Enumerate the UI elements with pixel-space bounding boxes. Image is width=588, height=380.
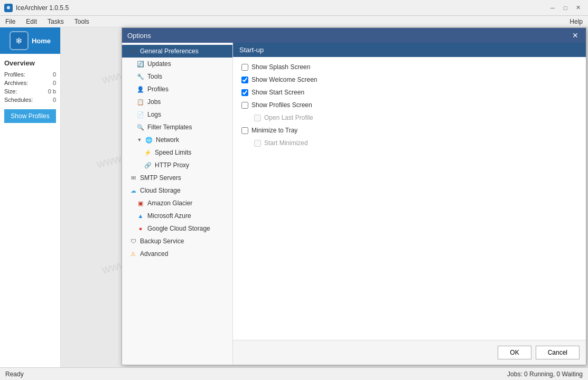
app-icon: ❄ <box>4 4 13 12</box>
content-area: www.iceArchiver.com www.iceArchiver.com … <box>61 27 588 367</box>
tree-item-updates[interactable]: 🔄 Updates <box>122 58 232 70</box>
tree-label-advanced: Advanced <box>140 250 168 258</box>
tree-label-cloud: Cloud Storage <box>140 187 181 194</box>
menu-help[interactable]: Help <box>570 18 588 25</box>
status-jobs: Jobs: 0 Running, 0 Waiting <box>507 370 583 378</box>
tree-item-http-proxy[interactable]: 🔗 HTTP Proxy <box>122 159 232 172</box>
title-bar: ❄ IceArchiver 1.0.5.5 ─ □ ✕ <box>0 0 588 16</box>
tree-item-speed-limits[interactable]: ⚡ Speed Limits <box>122 146 232 159</box>
tree-item-filter-templates[interactable]: 🔍 Filter Templates <box>122 121 232 134</box>
label-minimize-tray: Minimize to Tray <box>251 127 297 134</box>
tree-label-updates: Updates <box>147 60 171 68</box>
envelope-icon: ✉ <box>129 174 137 182</box>
tree-label-speed-limits: Speed Limits <box>155 149 191 156</box>
status-bar: Ready Jobs: 0 Running, 0 Waiting <box>0 367 588 380</box>
checkbox-minimize-tray[interactable] <box>241 127 248 134</box>
tree-item-cloud-storage[interactable]: ☁ Cloud Storage <box>122 184 232 197</box>
checkbox-start-screen[interactable] <box>241 89 248 96</box>
stat-size-value: 0 b <box>48 88 56 94</box>
logs-icon: 📄 <box>137 111 144 118</box>
label-welcome: Show Welcome Screen <box>251 76 318 83</box>
app-title: IceArchiver 1.0.5.5 <box>16 4 69 12</box>
menu-tools[interactable]: Tools <box>69 17 95 26</box>
tree-label-tools: Tools <box>147 73 162 80</box>
speed-icon: ⚡ <box>144 149 152 156</box>
cancel-button[interactable]: Cancel <box>536 346 580 359</box>
tree-item-amazon-glacier[interactable]: ▣ Amazon Glacier <box>122 197 232 210</box>
dialog-tree: ⚙ General Preferences 🔄 Updates 🔧 Tools <box>122 43 233 365</box>
tree-item-google-cloud[interactable]: ● Google Cloud Storage <box>122 222 232 235</box>
tree-item-profiles[interactable]: 👤 Profiles <box>122 83 232 96</box>
profile-icon: 👤 <box>137 86 144 93</box>
maximize-button[interactable]: □ <box>559 2 571 14</box>
tree-item-tools[interactable]: 🔧 Tools <box>122 70 232 83</box>
tree-label-smtp: SMTP Servers <box>140 174 181 182</box>
home-label: Home <box>32 37 51 45</box>
dialog-body: ⚙ General Preferences 🔄 Updates 🔧 Tools <box>122 43 586 365</box>
dialog-footer: OK Cancel <box>233 340 586 365</box>
app-logo: ❄ <box>10 31 29 50</box>
menu-tasks[interactable]: Tasks <box>42 17 69 26</box>
stat-profiles-label: Profiles: <box>4 71 25 78</box>
sidebar-header: ❄ Home <box>0 27 60 54</box>
tree-label-azure: Microsoft Azure <box>147 212 191 220</box>
option-minimize-tray: Minimize to Tray <box>241 127 577 134</box>
tree-label-filter: Filter Templates <box>147 124 192 131</box>
glacier-icon: ▣ <box>137 200 144 207</box>
cloud-icon: ☁ <box>129 187 137 194</box>
dialog-close-button[interactable]: ✕ <box>570 30 581 41</box>
checkbox-welcome[interactable] <box>241 77 248 83</box>
tree-item-advanced[interactable]: ⚠ Advanced <box>122 248 232 260</box>
tree-item-smtp[interactable]: ✉ SMTP Servers <box>122 172 232 184</box>
stat-archives-value: 0 <box>53 80 56 86</box>
menu-bar: File Edit Tasks Tools Help <box>0 16 588 27</box>
label-start-minimized: Start Minimized <box>264 139 308 147</box>
option-profiles-screen: Show Profiles Screen <box>241 101 577 109</box>
show-profiles-button[interactable]: Show Profiles <box>4 109 56 123</box>
tools-icon: 🔧 <box>137 73 144 80</box>
tree-item-jobs[interactable]: 📋 Jobs <box>122 96 232 108</box>
dialog-title: Options <box>127 32 151 40</box>
status-ready: Ready <box>5 370 24 378</box>
menu-file[interactable]: File <box>0 17 21 26</box>
option-last-profile: Open Last Profile <box>254 114 577 121</box>
stat-archives: Archives: 0 <box>4 80 56 86</box>
gear-icon: ⚙ <box>129 48 137 55</box>
refresh-icon: 🔄 <box>137 60 144 68</box>
tree-item-logs[interactable]: 📄 Logs <box>122 108 232 121</box>
azure-icon: ▲ <box>137 212 144 220</box>
menu-edit[interactable]: Edit <box>21 17 42 26</box>
tree-label-general: General Preferences <box>140 48 199 55</box>
app-area: ❄ Home Overview Profiles: 0 Archives: 0 … <box>0 27 588 367</box>
ok-button[interactable]: OK <box>498 346 531 359</box>
tree-label-logs: Logs <box>147 111 161 118</box>
tree-item-general[interactable]: ⚙ General Preferences <box>122 45 232 58</box>
warning-icon: ⚠ <box>129 250 137 258</box>
stat-schedules-value: 0 <box>53 97 56 103</box>
minimize-button[interactable]: ─ <box>547 2 558 14</box>
dialog-title-bar: Options ✕ <box>122 28 586 43</box>
tree-label-http-proxy: HTTP Proxy <box>155 162 189 169</box>
options-dialog: Options ✕ ⚙ General Preferences 🔄 Update… <box>122 27 586 365</box>
tree-item-backup-service[interactable]: 🛡 Backup Service <box>122 235 232 248</box>
tree-label-gcs: Google Cloud Storage <box>147 225 210 232</box>
checkbox-profiles-screen[interactable] <box>241 102 248 109</box>
dialog-content-panel: Start-up Show Splash Screen Show Welcome… <box>233 43 586 365</box>
network-icon: 🌐 <box>145 136 153 144</box>
stat-size: Size: 0 b <box>4 88 56 94</box>
filter-icon: 🔍 <box>137 124 144 131</box>
checkbox-splash[interactable] <box>241 64 248 71</box>
label-splash: Show Splash Screen <box>251 63 310 71</box>
label-start-screen: Show Start Screen <box>251 89 304 96</box>
window-close-button[interactable]: ✕ <box>572 2 584 14</box>
stat-archives-label: Archives: <box>4 80 28 86</box>
backup-shield-icon: 🛡 <box>129 238 137 245</box>
tree-label-network: Network <box>156 136 179 144</box>
checkbox-start-minimized[interactable] <box>254 140 261 147</box>
checkbox-last-profile[interactable] <box>254 115 261 121</box>
tree-item-azure[interactable]: ▲ Microsoft Azure <box>122 210 232 222</box>
tree-label-profiles: Profiles <box>147 86 169 93</box>
option-start-screen: Show Start Screen <box>241 89 577 96</box>
title-bar-left: ❄ IceArchiver 1.0.5.5 <box>4 4 69 12</box>
tree-item-network[interactable]: ▼ 🌐 Network <box>122 134 232 146</box>
